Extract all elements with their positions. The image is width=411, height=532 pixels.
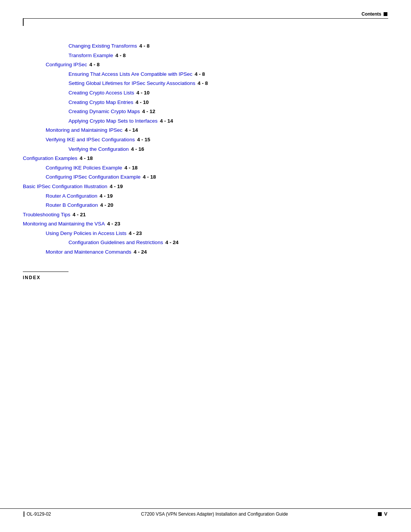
toc-page: 4 - 23 [129, 229, 142, 238]
toc-page: 4 - 8 [198, 79, 208, 88]
header-rule [23, 18, 388, 19]
toc-entry: Monitoring and Maintaining IPSec 4 - 14 [46, 126, 388, 134]
toc-link[interactable]: Transform Example [68, 51, 113, 60]
toc-entry: Router A Configuration 4 - 19 [46, 192, 388, 200]
footer-left: OL-9129-02 [24, 511, 51, 517]
toc-link[interactable]: Changing Existing Transforms [68, 42, 137, 50]
toc-entry: Configuring IKE Policies Example 4 - 18 [46, 164, 388, 172]
toc-link[interactable]: Configuring IKE Policies Example [46, 164, 122, 172]
toc-link[interactable]: Monitoring and Maintaining IPSec [46, 126, 123, 134]
footer-rule [0, 508, 411, 509]
toc-page: 4 - 18 [143, 173, 156, 181]
footer-doc-number: OL-9129-02 [27, 511, 51, 517]
header-contents: Contents [362, 11, 387, 17]
toc-link[interactable]: Creating Crypto Access Lists [68, 89, 134, 97]
index-section: Index [23, 272, 388, 280]
toc-link[interactable]: Configuring IPSec Configuration Example [46, 173, 140, 181]
toc-entry: Monitoring and Maintaining the VSA 4 - 2… [23, 220, 388, 228]
toc-page: 4 - 21 [73, 211, 86, 219]
toc-page: 4 - 8 [89, 61, 100, 69]
toc-entry: Verifying IKE and IPSec Configurations 4… [46, 136, 388, 144]
contents-label: Contents [362, 11, 381, 17]
toc-entry: Creating Crypto Access Lists 4 - 10 [68, 89, 388, 97]
toc-link[interactable]: Monitor and Maintenance Commands [46, 248, 131, 256]
index-rule [23, 272, 68, 272]
footer-right: V [378, 511, 387, 517]
toc-page: 4 - 12 [142, 107, 156, 116]
main-content: Changing Existing Transforms 4 - 8 Trans… [23, 38, 388, 280]
toc-page: 4 - 8 [194, 70, 205, 78]
toc-link[interactable]: Configuring IPSec [46, 61, 87, 69]
toc-entry: Troubleshooting Tips 4 - 21 [23, 211, 388, 219]
toc-link[interactable]: Basic IPSec Configuration Illustration [23, 182, 107, 191]
toc-entry: Monitor and Maintenance Commands 4 - 24 [46, 248, 388, 256]
toc-entry: Router B Configuration 4 - 20 [46, 201, 388, 209]
toc-page: 4 - 15 [137, 136, 150, 144]
toc-entry: Creating Crypto Map Entries 4 - 10 [68, 98, 388, 107]
toc-link[interactable]: Verifying IKE and IPSec Configurations [46, 136, 135, 144]
header-left-bar [23, 18, 24, 26]
toc-link[interactable]: Creating Dynamic Crypto Maps [68, 107, 140, 116]
toc-entry: Changing Existing Transforms 4 - 8 [68, 42, 388, 50]
toc-link[interactable]: Creating Crypto Map Entries [68, 98, 133, 107]
toc-page: 4 - 16 [131, 145, 144, 153]
footer-title: C7200 VSA (VPN Services Adapter) Install… [141, 511, 288, 517]
toc-link[interactable]: Monitoring and Maintaining the VSA [23, 220, 105, 228]
footer-bar-icon [24, 511, 24, 517]
toc-entry: Configuration Guidelines and Restriction… [68, 238, 388, 247]
toc-link[interactable]: Configuration Guidelines and Restriction… [68, 238, 163, 247]
toc-entry: Transform Example 4 - 8 [68, 51, 388, 60]
toc-entry: Creating Dynamic Crypto Maps 4 - 12 [68, 107, 388, 116]
toc-page: 4 - 18 [124, 164, 138, 172]
toc-link[interactable]: Configuration Examples [23, 154, 77, 163]
toc-page: 4 - 24 [165, 238, 178, 247]
header-square-icon [384, 12, 387, 16]
toc-link[interactable]: Router B Configuration [46, 201, 98, 209]
footer-content: OL-9129-02 C7200 VSA (VPN Services Adapt… [0, 511, 411, 517]
toc-container: Changing Existing Transforms 4 - 8 Trans… [23, 38, 388, 256]
toc-page: 4 - 10 [135, 98, 149, 107]
toc-page: 4 - 8 [115, 51, 126, 60]
footer: OL-9129-02 C7200 VSA (VPN Services Adapt… [0, 508, 411, 517]
index-label: Index [23, 275, 41, 280]
toc-link[interactable]: Ensuring That Access Lists Are Compatibl… [68, 70, 192, 78]
toc-entry: Using Deny Policies in Access Lists 4 - … [46, 229, 388, 238]
toc-entry: Configuration Examples 4 - 18 [23, 154, 388, 163]
toc-entry: Configuring IPSec Configuration Example … [46, 173, 388, 181]
toc-page: 4 - 24 [134, 248, 147, 256]
toc-entry: Setting Global Lifetimes for IPSec Secur… [68, 79, 388, 88]
toc-page: 4 - 23 [107, 220, 120, 228]
toc-entry: Ensuring That Access Lists Are Compatibl… [68, 70, 388, 78]
footer-page-number: V [384, 511, 387, 517]
toc-link[interactable]: Troubleshooting Tips [23, 211, 70, 219]
toc-page: 4 - 19 [110, 182, 123, 191]
toc-entry: Applying Crypto Map Sets to Interfaces 4… [68, 117, 388, 125]
toc-page: 4 - 10 [137, 89, 150, 97]
toc-page: 4 - 20 [100, 201, 113, 209]
toc-page: 4 - 8 [139, 42, 150, 50]
toc-page: 4 - 19 [100, 192, 113, 200]
toc-page: 4 - 14 [125, 126, 138, 134]
toc-link[interactable]: Applying Crypto Map Sets to Interfaces [68, 117, 158, 125]
toc-entry: Basic IPSec Configuration Illustration 4… [23, 182, 388, 191]
toc-link[interactable]: Router A Configuration [46, 192, 97, 200]
footer-square-icon [378, 512, 382, 516]
toc-page: 4 - 14 [160, 117, 173, 125]
toc-entry: Verifying the Configuration 4 - 16 [68, 145, 388, 153]
toc-link[interactable]: Setting Global Lifetimes for IPSec Secur… [68, 79, 195, 88]
toc-link[interactable]: Using Deny Policies in Access Lists [46, 229, 126, 238]
toc-link[interactable]: Verifying the Configuration [68, 145, 129, 153]
toc-page: 4 - 18 [80, 154, 93, 163]
toc-entry: Configuring IPSec 4 - 8 [46, 61, 388, 69]
